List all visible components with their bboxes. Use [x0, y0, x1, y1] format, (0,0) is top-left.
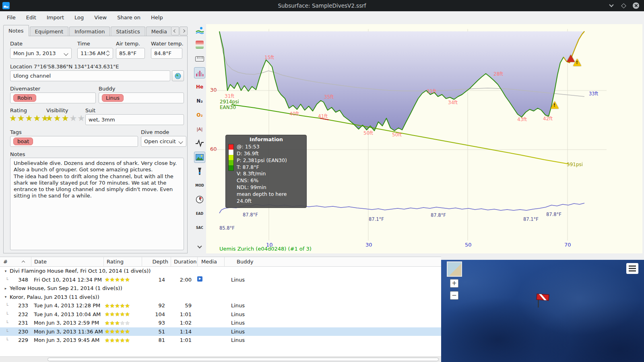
tab-scroll-right-button[interactable] [180, 27, 188, 35]
buddy-input[interactable]: Linus [99, 93, 184, 103]
column-header-media[interactable]: Media [198, 257, 225, 266]
dive-site-marker[interactable] [534, 290, 552, 308]
suit-label: Suit [85, 107, 95, 113]
n2-partial-pressure-toggle[interactable]: N₂ [194, 95, 205, 107]
star-icon[interactable]: ★ [54, 113, 61, 123]
dive-row[interactable]: └229Mon Jun 3, 2013 9:45 AM★★★★★811:01Li… [0, 336, 441, 345]
tab-statistics[interactable]: Statistics [111, 27, 145, 36]
tree-branch-icon: └ [6, 312, 12, 317]
mod-toggle[interactable]: MOD [194, 180, 205, 191]
water-temp-label: Water temp. [151, 41, 184, 47]
he-partial-pressure-toggle[interactable]: He [194, 81, 205, 93]
air-temp-input[interactable]: 85.8°F [116, 48, 145, 59]
divemaster-label: Divemaster [10, 86, 40, 92]
notes-tab-content: Date Time Air temp. Water temp. Mon Jun … [3, 36, 188, 253]
location-input[interactable]: Ulong channel [10, 70, 170, 81]
dive-row[interactable]: └231Mon Jun 3, 2013 2:59 PM★★★★★931:02Li… [0, 319, 441, 327]
o2-partial-pressure-toggle[interactable]: O₂ [194, 109, 205, 121]
menu-share-on[interactable]: Share on [112, 12, 146, 23]
star-icon[interactable]: ★ [69, 113, 77, 123]
visibility-stars[interactable]: ★★★★★ [45, 113, 85, 123]
collapse-icon[interactable]: ▾ [3, 269, 8, 273]
menu-help[interactable]: Help [146, 12, 168, 23]
dive-row[interactable]: └232Tue Jun 4, 2013 10:04 AM★★★★★1041:01… [0, 310, 441, 319]
location-map-button[interactable] [172, 70, 184, 81]
menu-import[interactable]: Import [41, 12, 69, 23]
photos-toggle-icon[interactable] [194, 152, 205, 163]
column-header-rating[interactable]: Rating [104, 257, 142, 266]
visibility-label: Visibility [46, 107, 68, 113]
ceiling-toggle-icon[interactable] [194, 39, 205, 50]
ndl-tts-clock-icon[interactable] [194, 194, 205, 205]
air-toggle[interactable]: |A| [194, 123, 205, 135]
map-zoom-out-button[interactable]: − [450, 291, 458, 300]
time-input[interactable]: 11:36 AM [77, 48, 113, 59]
dive-buddy: Linus [219, 277, 441, 283]
map-thumbnail[interactable] [447, 261, 462, 277]
date-select[interactable]: Mon Jun 3, 2013 [10, 48, 72, 59]
star-icon[interactable]: ★ [62, 113, 69, 123]
divemaster-input[interactable]: Robin [10, 93, 96, 103]
trip-row[interactable]: ▸Yellow House, Sun Sep 21, 2014 (1 dive(… [0, 284, 441, 293]
map-zoom-in-button[interactable]: + [450, 279, 458, 288]
collapse-icon[interactable]: ▾ [3, 295, 8, 299]
heartrate-toggle-icon[interactable] [194, 138, 205, 149]
tab-information[interactable]: Information [69, 27, 110, 36]
dive-profile-chart[interactable]: 30601030507031ft2914psiEAN3015ft40ft41ft… [206, 24, 642, 253]
menu-edit[interactable]: Edit [21, 12, 41, 23]
media-icon[interactable] [197, 276, 202, 282]
sac-toggle[interactable]: SAC [194, 222, 205, 233]
trip-row[interactable]: ▾Koror, Palau, Jun 2013 (11 dive(s)) [0, 293, 441, 302]
dive-number: 233 [12, 302, 28, 309]
close-button[interactable] [633, 2, 639, 9]
star-icon[interactable]: ★ [45, 113, 53, 123]
water-temp-input[interactable]: 84.8°F [151, 48, 182, 59]
dive-depth: 104 [142, 311, 165, 317]
tags-input[interactable]: boat [10, 136, 138, 147]
tree-branch-icon: └ [6, 329, 12, 334]
map-panel[interactable]: + − [441, 260, 644, 362]
dive-row[interactable]: └348Fri Oct 10, 2014 12:34 PM★★★★★142:00… [0, 276, 441, 284]
rating-label: Rating [10, 107, 27, 113]
star-icon[interactable]: ★ [9, 113, 17, 123]
tissue-graph-toggle-icon[interactable] [194, 67, 205, 78]
column-header-number[interactable]: # [0, 257, 31, 266]
expand-icon[interactable]: ▸ [3, 286, 8, 290]
maximize-button[interactable] [621, 3, 626, 8]
menu-view[interactable]: View [89, 12, 112, 23]
column-header-date[interactable]: Date [31, 257, 104, 266]
column-header-depth[interactable]: Depth [142, 257, 171, 266]
gas-switch-icon[interactable] [194, 166, 205, 177]
shade-button[interactable] [608, 2, 615, 9]
dive-buddy: Linus [219, 337, 441, 343]
tab-notes[interactable]: Notes [3, 25, 29, 36]
star-icon[interactable]: ★ [77, 113, 85, 123]
ruler-icon[interactable] [194, 53, 205, 64]
menu-log[interactable]: Log [69, 12, 89, 23]
dive-mode-select[interactable]: Open circuit [141, 136, 186, 147]
menu-file[interactable]: File [2, 12, 21, 23]
dive-mode-icon[interactable] [194, 25, 205, 36]
notes-textarea[interactable]: Unbelievable dive. Dozens and dozens of … [10, 158, 184, 250]
star-icon[interactable]: ★ [17, 113, 25, 123]
menubar: FileEditImportLogViewShare onHelp [0, 11, 644, 23]
dive-row[interactable]: └230Mon Jun 3, 2013 11:36 AM★★★★★511:14L… [0, 327, 441, 336]
star-icon[interactable]: ★ [33, 113, 41, 123]
toolbar-scroll-down-icon[interactable] [194, 241, 205, 252]
horizontal-scrollbar[interactable] [0, 356, 441, 362]
trip-row[interactable]: ▾Divi Flamingo House Reef, Fri Oct 10, 2… [0, 267, 441, 276]
tab-equipment[interactable]: Equipment [30, 27, 69, 36]
scrollbar-thumb[interactable] [47, 358, 439, 361]
map-menu-button[interactable] [626, 263, 638, 274]
star-icon[interactable]: ★ [25, 113, 33, 123]
dive-row[interactable]: └233Tue Jun 4, 2013 12:28 PM★★★★★9259Lin… [0, 301, 441, 310]
dive-list-header: # Date Rating Depth Duration Media Buddy [0, 257, 441, 267]
column-header-duration[interactable]: Duration [171, 257, 198, 266]
suit-input[interactable]: wet, 3mm [85, 114, 184, 125]
date-label: Date [10, 41, 23, 47]
column-header-buddy[interactable]: Buddy [225, 257, 441, 266]
rating-stars[interactable]: ★★★★★ [9, 113, 49, 123]
tab-scroll-left-button[interactable] [171, 27, 179, 35]
ead-toggle[interactable]: EAD [194, 208, 205, 219]
tab-media[interactable]: Media [146, 27, 171, 36]
